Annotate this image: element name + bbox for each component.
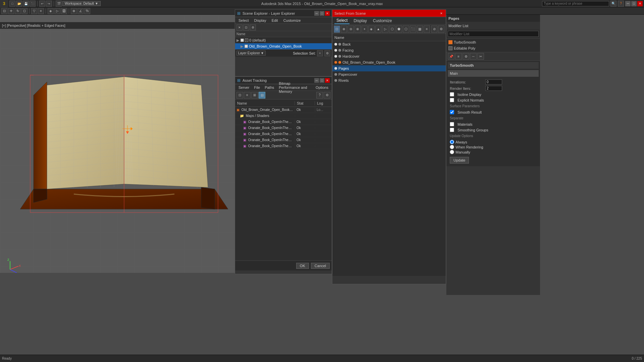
ss-tb-icon-11[interactable]: ⬠ (403, 25, 409, 33)
panel-minimize-button[interactable]: ─ (314, 11, 319, 16)
help-icon[interactable]: ? (618, 1, 624, 7)
ss-tb-icon-13[interactable]: ▦ (417, 25, 423, 33)
manually-radio[interactable] (450, 150, 454, 154)
save-as-icon[interactable]: ⬛ (30, 1, 36, 7)
asset-maximize-button[interactable]: □ (320, 78, 324, 83)
ss-tb-icon-8[interactable]: ▷ (382, 25, 388, 33)
panel-close-button[interactable]: ✕ (325, 11, 330, 16)
materials-checkbox[interactable] (450, 122, 454, 126)
ss-item-pages[interactable]: Pages (332, 65, 446, 71)
mod-tb-settings-icon[interactable]: ⚙ (463, 53, 469, 60)
asset-minimize-button[interactable]: ─ (314, 78, 319, 83)
asset-row-diff[interactable]: ▣ Oranate_Book_OpenInTheMiddle_Brown_Dif… (235, 119, 332, 125)
select-scene-close-button[interactable]: ✕ (439, 11, 444, 16)
maximize-button[interactable]: □ (631, 1, 637, 6)
layer-item-default[interactable]: ▶ 0 0 (default) (235, 37, 332, 43)
ss-menu-customize[interactable]: Customize (371, 18, 394, 24)
main-rollout-header[interactable]: Main (448, 70, 539, 77)
select-obj-icon[interactable]: ⊡ (1, 8, 7, 14)
panel-maximize-button[interactable]: □ (320, 11, 324, 16)
isoline-checkbox[interactable] (450, 92, 454, 97)
asset-row-folder[interactable]: 📁 Maps / Shaders (235, 113, 332, 119)
angle-snap-icon[interactable]: ∠ (77, 8, 84, 14)
asset-tb-help[interactable]: ? (316, 92, 323, 99)
layer-add-icon[interactable]: + (317, 50, 323, 56)
layer-explorer-titlebar[interactable]: ⊞ Scene Explorer - Layer Explorer ─ □ ✕ (235, 10, 332, 17)
layer-tb-highlight-icon[interactable]: ⊡ (243, 24, 249, 31)
ss-tb-icon-5[interactable]: ⌖ (362, 25, 368, 33)
close-button[interactable]: ✕ (637, 1, 643, 6)
ss-item-book[interactable]: Old_Brown_Omate_Open_Book (332, 59, 446, 65)
render-setup-icon[interactable]: 🎬 (56, 1, 62, 7)
update-button[interactable]: Update (450, 157, 469, 164)
render-view-icon[interactable]: 🖼 (61, 8, 67, 14)
scene-explorer-icon[interactable]: ≡ (38, 8, 44, 14)
ss-tb-icon-3[interactable]: ⊖ (347, 25, 354, 33)
explicit-normals-checkbox[interactable] (450, 98, 454, 102)
asset-row-glo[interactable]: ▣ Oranate_Book_OpenInTheMiddle_Brown_Glo… (235, 125, 332, 131)
mod-tb-cut-icon[interactable]: ✂ (477, 53, 484, 60)
ss-tb-icon-10[interactable]: ⬟ (396, 25, 402, 33)
asset-tb-icon-3[interactable]: ⊞ (251, 92, 258, 99)
ss-tb-filter-icon[interactable]: ⊘ (431, 25, 438, 33)
search-icon[interactable]: 🔍 (610, 1, 616, 7)
workspace-button[interactable]: Workspace: Default ▼ (62, 1, 101, 6)
ss-tb-icon-7[interactable]: ▲ (375, 25, 382, 33)
mod-tb-pin-icon[interactable]: 📌 (448, 53, 454, 60)
ss-tb-icon-6[interactable]: ◈ (368, 25, 375, 33)
layer-tb-close-icon[interactable]: ✕ (236, 24, 243, 31)
snaps-toggle-icon[interactable]: ⊕ (71, 8, 77, 14)
ss-tb-icon-14[interactable]: ≡ (424, 25, 430, 33)
render-icon[interactable]: ▷ (54, 8, 60, 14)
ss-tb-icon-9[interactable]: ⬡ (389, 25, 395, 33)
layer-tb-options-icon[interactable]: ⚙ (250, 24, 256, 31)
layer-menu-select[interactable]: Select (237, 18, 250, 23)
ss-item-facing[interactable]: Facing (332, 47, 446, 53)
undo-icon[interactable]: ↩ (39, 1, 45, 7)
layer-item-book[interactable]: ▶ Old_Brown_Omate_Open_Book (235, 43, 332, 49)
rotate-icon[interactable]: ↻ (15, 8, 21, 14)
search-input[interactable] (542, 1, 609, 6)
ss-tb-icon-4[interactable]: ⊗ (355, 25, 361, 33)
ss-tb-icon-2[interactable]: ⊕ (341, 25, 347, 33)
material-editor-icon[interactable]: ◈ (48, 8, 54, 14)
ss-tb-select-icon[interactable]: ⊡ (334, 25, 340, 33)
ss-item-rivets[interactable]: Rivets (332, 77, 446, 83)
asset-tb-icon-2[interactable]: ≡ (244, 92, 251, 99)
when-rendering-radio[interactable] (450, 145, 454, 149)
ss-menu-display[interactable]: Display (352, 18, 369, 24)
layer-explorer-dropdown[interactable]: Layer Explorer ▼ (236, 51, 266, 56)
smooth-result-checkbox[interactable] (450, 110, 454, 114)
asset-menu-options[interactable]: Options (314, 85, 330, 90)
always-radio[interactable] (450, 140, 454, 144)
save-icon[interactable]: 💾 (23, 1, 29, 7)
modifier-turbosmoooth[interactable]: TurboSmooth (447, 39, 539, 45)
ss-item-back[interactable]: Back (332, 41, 446, 47)
select-scene-titlebar[interactable]: Select From Scene ✕ (332, 10, 446, 17)
layer-menu-customize[interactable]: Customize (282, 18, 302, 23)
asset-row-no[interactable]: ▣ Oranate_Book_OpenInTheMiddle_Brown_No.… (235, 137, 332, 143)
layer-menu-edit[interactable]: Edit (270, 18, 279, 23)
minimize-button[interactable]: ─ (625, 1, 631, 6)
asset-close-button[interactable]: ✕ (325, 78, 330, 83)
modifier-editable-poly[interactable]: Editable Poly (447, 45, 539, 51)
asset-menu-bitmap[interactable]: Bitmap Performance and Memory (277, 81, 312, 94)
asset-tb-icon-1[interactable]: ⊡ (236, 92, 243, 99)
ss-item-hardcover[interactable]: Hardcover (332, 53, 446, 59)
new-icon[interactable]: □ (9, 1, 15, 7)
asset-row-ref[interactable]: ▣ Oranate_Book_OpenInTheMiddle_Brown_Ref… (235, 143, 332, 149)
asset-menu-paths[interactable]: Paths (263, 85, 275, 90)
turbosmooth-rollout-header[interactable]: TurboSmooth (448, 62, 539, 69)
layer-menu-display[interactable]: Display (253, 18, 268, 23)
ss-menu-select[interactable]: Select (334, 17, 350, 24)
select-filter-icon[interactable]: ▽ (31, 8, 37, 14)
asset-menu-server[interactable]: Server (237, 85, 251, 90)
asset-row-max[interactable]: ▣ Old_Brown_Omate_Open_Book_max_vray.max… (235, 107, 332, 113)
redo-icon[interactable]: ↪ (46, 1, 52, 7)
ss-tb-icon-12[interactable]: ⬛ (410, 25, 416, 33)
asset-tb-icon-4[interactable]: ▤ (259, 92, 265, 99)
ss-item-papercover[interactable]: Papercover (332, 71, 446, 77)
viewport-3d[interactable]: [+] [Perspective] [Realistic + Edged Fac… (0, 15, 235, 273)
mod-tb-list-icon[interactable]: ≡ (455, 53, 462, 60)
asset-ok-button[interactable]: OK (296, 263, 309, 269)
